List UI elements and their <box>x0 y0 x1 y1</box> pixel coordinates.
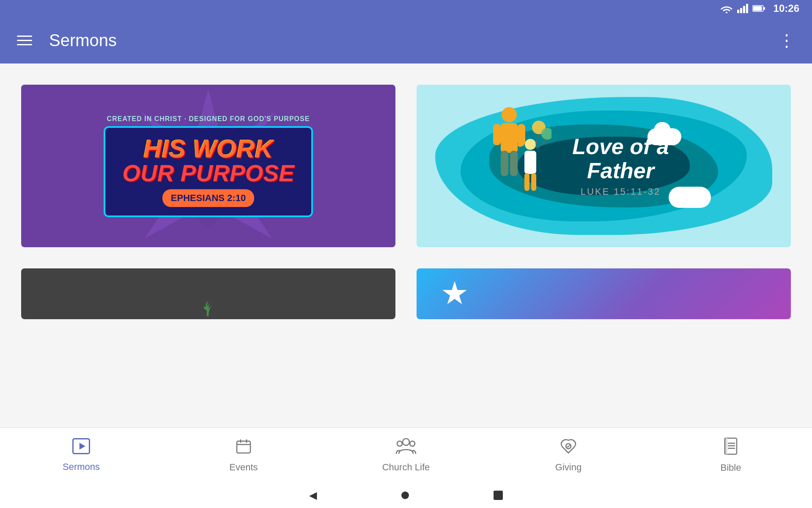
giving-icon <box>559 438 578 455</box>
svg-rect-3 <box>746 4 748 13</box>
starburst-icon <box>442 281 467 306</box>
sermon2-overlay: Love of a Father LUKE 15:11-32 <box>572 135 669 197</box>
church-life-nav-icon <box>395 438 417 458</box>
svg-rect-2 <box>743 6 745 13</box>
sermon-thumbnail-4 <box>417 268 791 319</box>
status-bar: 10:26 <box>0 0 812 17</box>
calendar-icon <box>235 438 252 455</box>
nav-item-sermons[interactable]: Sermons <box>0 438 162 472</box>
sermon-thumbnail-3 <box>21 268 395 319</box>
sermon-thumbnail-2: Love of a Father LUKE 15:11-32 <box>417 85 791 247</box>
svg-rect-10 <box>493 124 501 145</box>
blob-mid: Love of a Father LUKE 15:11-32 <box>461 110 747 221</box>
sermon-card-1[interactable]: CREATED IN CHRIST · DESIGNED FOR GOD'S P… <box>21 85 395 247</box>
people-icon <box>395 438 417 455</box>
svg-point-27 <box>403 439 409 445</box>
nav-item-church-life[interactable]: Church Life <box>325 438 487 473</box>
status-time: 10:26 <box>774 3 799 14</box>
svg-rect-5 <box>753 6 762 11</box>
svg-rect-13 <box>510 151 518 176</box>
svg-point-29 <box>410 441 415 446</box>
nav-item-bible[interactable]: Bible <box>650 437 812 473</box>
battery-icon <box>752 5 765 12</box>
blob-outer: Love of a Father LUKE 15:11-32 <box>435 97 772 235</box>
sermon2-title-line2: Father <box>572 159 669 183</box>
svg-rect-6 <box>763 7 765 10</box>
svg-rect-1 <box>740 8 742 13</box>
giving-nav-label: Giving <box>555 462 582 473</box>
sermon-card-4-partial[interactable] <box>417 268 791 319</box>
status-icons: 10:26 <box>720 3 799 14</box>
system-nav: ◀ <box>0 483 812 508</box>
svg-point-28 <box>397 441 402 446</box>
svg-point-14 <box>525 139 536 150</box>
home-button[interactable] <box>401 491 409 499</box>
bible-nav-label: Bible <box>721 462 741 473</box>
events-nav-label: Events <box>229 462 258 473</box>
svg-rect-9 <box>501 123 518 153</box>
giving-nav-icon <box>559 438 578 458</box>
sermon-grid: CREATED IN CHRIST · DESIGNED FOR GOD'S P… <box>21 85 791 247</box>
sermon-card-2[interactable]: Love of a Father LUKE 15:11-32 Love Of A… <box>417 85 791 247</box>
plant-icon <box>200 300 217 317</box>
page-title: Sermons <box>49 31 117 50</box>
sermon1-ref: EPHESIANS 2:10 <box>162 189 254 207</box>
sermon-card-3-partial[interactable] <box>21 268 395 319</box>
nav-item-giving[interactable]: Giving <box>487 438 650 473</box>
sermon2-title-line1: Love of a <box>572 135 669 159</box>
sermon2-ref: LUKE 15:11-32 <box>572 186 669 197</box>
svg-line-21 <box>536 134 539 144</box>
sermon1-line1: HIS WORK <box>122 136 294 162</box>
events-nav-icon <box>235 438 252 458</box>
blob-dark: Love of a Father LUKE 15:11-32 <box>518 137 689 195</box>
sermon1-subtitle: CREATED IN CHRIST · DESIGNED FOR GOD'S P… <box>104 115 313 123</box>
sermon1-line2: OUR PURPOSE <box>122 162 294 185</box>
play-square-icon <box>72 438 90 454</box>
app-bar-left: Sermons <box>17 31 117 50</box>
father-child-figure <box>475 102 551 195</box>
svg-rect-23 <box>237 441 250 453</box>
blob-inner: Love of a Father LUKE 15:11-32 <box>489 124 719 207</box>
recents-button[interactable] <box>494 491 503 500</box>
book-icon <box>723 437 738 455</box>
svg-rect-0 <box>737 10 739 13</box>
svg-rect-33 <box>726 438 727 454</box>
wifi-icon <box>720 4 733 13</box>
church-life-nav-label: Church Life <box>382 462 430 473</box>
svg-rect-15 <box>524 151 536 174</box>
svg-rect-17 <box>531 173 536 191</box>
back-button[interactable]: ◀ <box>309 489 317 501</box>
cloud2 <box>669 187 711 208</box>
sermons-nav-icon <box>72 438 90 458</box>
sermon1-overlay: CREATED IN CHRIST · DESIGNED FOR GOD'S P… <box>104 115 313 217</box>
sermon-thumbnail-1: CREATED IN CHRIST · DESIGNED FOR GOD'S P… <box>21 85 395 247</box>
bible-nav-icon <box>723 437 738 459</box>
svg-rect-16 <box>524 173 529 191</box>
sermons-nav-label: Sermons <box>63 461 100 472</box>
menu-button[interactable] <box>17 36 32 45</box>
main-content: CREATED IN CHRIST · DESIGNED FOR GOD'S P… <box>0 64 812 428</box>
svg-rect-12 <box>501 151 508 176</box>
signal-icon <box>737 4 748 13</box>
nav-item-events[interactable]: Events <box>162 438 325 473</box>
svg-point-8 <box>502 107 517 122</box>
more-options-button[interactable]: ⋮ <box>778 32 795 49</box>
app-bar: Sermons ⋮ <box>0 17 812 64</box>
sermon1-main-box: HIS WORK OUR PURPOSE EPHESIANS 2:10 <box>104 126 313 217</box>
bottom-nav: Sermons Events Church Life <box>0 428 812 483</box>
svg-line-22 <box>537 140 547 149</box>
sermon-row-2 <box>21 268 791 319</box>
